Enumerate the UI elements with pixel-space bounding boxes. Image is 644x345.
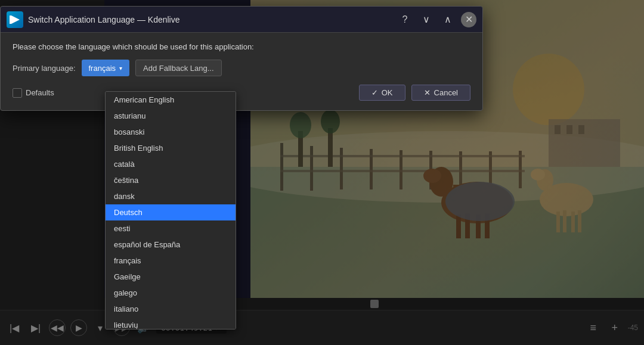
language-option[interactable]: asturianu — [106, 108, 236, 124]
defaults-label: Defaults — [26, 88, 54, 97]
language-option[interactable]: British English — [106, 140, 236, 156]
dialog-actions: Defaults ✓ OK ✕ Cancel — [13, 85, 470, 101]
cancel-label: Cancel — [434, 88, 458, 97]
add-fallback-button[interactable]: Add Fallback Lang... — [135, 60, 222, 76]
language-option[interactable]: bosanski — [106, 124, 236, 140]
language-option[interactable]: lietuvių — [106, 317, 236, 330]
cancel-x-icon: ✕ — [424, 88, 431, 97]
language-option[interactable]: français — [106, 253, 236, 269]
ok-check-icon: ✓ — [371, 88, 378, 97]
dialog-overlay: Switch Application Language — Kdenlive ?… — [0, 0, 644, 345]
language-option[interactable]: American English — [106, 92, 236, 108]
language-dialog: Switch Application Language — Kdenlive ?… — [0, 6, 483, 111]
language-option[interactable]: galego — [106, 285, 236, 301]
language-option[interactable]: čeština — [106, 172, 236, 188]
selected-language-text: français — [89, 64, 116, 73]
close-button[interactable]: ✕ — [461, 12, 476, 27]
cancel-button[interactable]: ✕ Cancel — [411, 85, 470, 101]
minimize-button[interactable]: ∨ — [418, 11, 435, 28]
ok-button[interactable]: ✓ OK — [359, 85, 405, 101]
language-dropdown-list: American EnglishasturianubosanskiBritish… — [105, 91, 236, 330]
language-option[interactable]: italiano — [106, 301, 236, 317]
dialog-title: Switch Application Language — Kdenlive — [28, 15, 392, 24]
language-dropdown-button[interactable]: français ▾ — [82, 60, 130, 76]
language-option[interactable]: Gaeilge — [106, 269, 236, 285]
language-option[interactable]: eesti — [106, 220, 236, 237]
primary-language-row: Primary language: français ▾ Add Fallbac… — [13, 60, 470, 76]
defaults-checkbox-wrapper: Defaults — [13, 88, 54, 98]
language-option[interactable]: català — [106, 156, 236, 172]
language-option[interactable]: Deutsch — [106, 204, 236, 220]
dialog-description: Please choose the language which should … — [13, 42, 470, 51]
primary-language-label: Primary language: — [13, 64, 76, 73]
ok-label: OK — [382, 88, 393, 97]
language-option[interactable]: dansk — [106, 188, 236, 204]
svg-rect-51 — [10, 15, 11, 24]
svg-marker-50 — [11, 15, 20, 24]
maximize-button[interactable]: ∧ — [439, 11, 456, 28]
dialog-body: Please choose the language which should … — [1, 33, 482, 110]
defaults-checkbox[interactable] — [13, 88, 22, 98]
language-option[interactable]: español de España — [106, 237, 236, 253]
help-button[interactable]: ? — [397, 11, 413, 28]
app-icon — [7, 11, 23, 28]
dialog-titlebar: Switch Application Language — Kdenlive ?… — [1, 7, 482, 33]
dropdown-arrow-icon: ▾ — [119, 65, 122, 72]
